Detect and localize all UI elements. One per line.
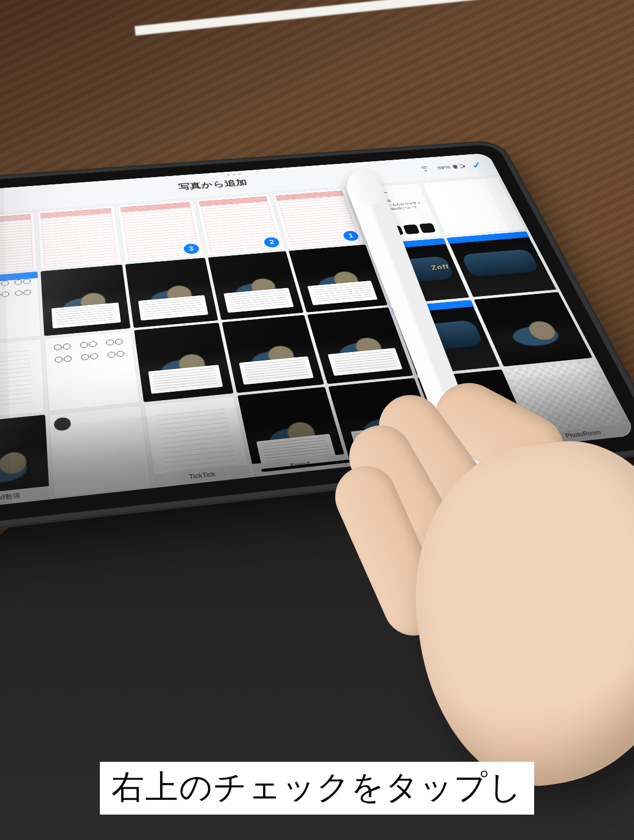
photo-thumb[interactable] bbox=[37, 206, 122, 269]
photo-thumb[interactable] bbox=[221, 315, 324, 393]
brand-label: Zoff bbox=[430, 263, 451, 272]
photo-thumb[interactable] bbox=[49, 405, 151, 498]
selection-badge: 3 bbox=[183, 243, 200, 254]
ipad-device: 表示 写真から追加 39% ✓ bbox=[0, 140, 634, 537]
confirm-check-button[interactable]: ✓ bbox=[469, 160, 484, 170]
photo-grid[interactable]: 3 2 1 さいゆー iPad勉強 初心者にもわかりやすく GoodNotes5… bbox=[0, 175, 634, 510]
battery-icon bbox=[452, 164, 464, 169]
photo-thumb[interactable] bbox=[0, 272, 41, 344]
ipad-scene: 表示 写真から追加 39% ✓ bbox=[0, 69, 634, 624]
arrows-icon: ❯❯❯ bbox=[368, 226, 386, 234]
ad-name: さいゆー bbox=[369, 190, 389, 196]
ipad-screen: 表示 写真から追加 39% ✓ bbox=[0, 153, 634, 510]
subtitle-caption: 右上のチェックをタップし bbox=[100, 762, 534, 815]
picker-title: 写真から追加 bbox=[178, 177, 249, 192]
selection-badge: 2 bbox=[263, 237, 281, 248]
photo-thumb[interactable] bbox=[0, 339, 45, 420]
thumb-caption: PhotoRoom bbox=[534, 423, 633, 445]
photo-thumb[interactable] bbox=[0, 212, 38, 275]
photo-thumb[interactable] bbox=[41, 265, 130, 336]
avatar bbox=[352, 190, 369, 199]
ipad-bezel: 表示 写真から追加 39% ✓ bbox=[0, 144, 634, 528]
photo-thumb[interactable]: 2 bbox=[195, 194, 285, 255]
app-icons bbox=[387, 223, 436, 236]
wifi-icon bbox=[419, 166, 430, 172]
photo-thumb[interactable]: 3 bbox=[117, 200, 204, 262]
battery-text: 39% bbox=[436, 164, 451, 170]
photo-thumb[interactable] bbox=[44, 330, 140, 411]
photo-thumb[interactable] bbox=[134, 322, 234, 402]
battery-status: 39% bbox=[436, 163, 465, 170]
photo-thumb[interactable] bbox=[208, 251, 304, 320]
photo-thumb[interactable]: iPad勉強 bbox=[0, 414, 50, 508]
ad-bullets: iPad勉強 初心者にもわかりやすく GoodNotes5について bbox=[373, 196, 427, 213]
photo-thumb[interactable] bbox=[125, 258, 218, 328]
photo-thumb[interactable]: TickTick bbox=[144, 396, 251, 487]
sheet-grabber[interactable] bbox=[227, 173, 241, 176]
selection-badge: 1 bbox=[342, 230, 360, 242]
